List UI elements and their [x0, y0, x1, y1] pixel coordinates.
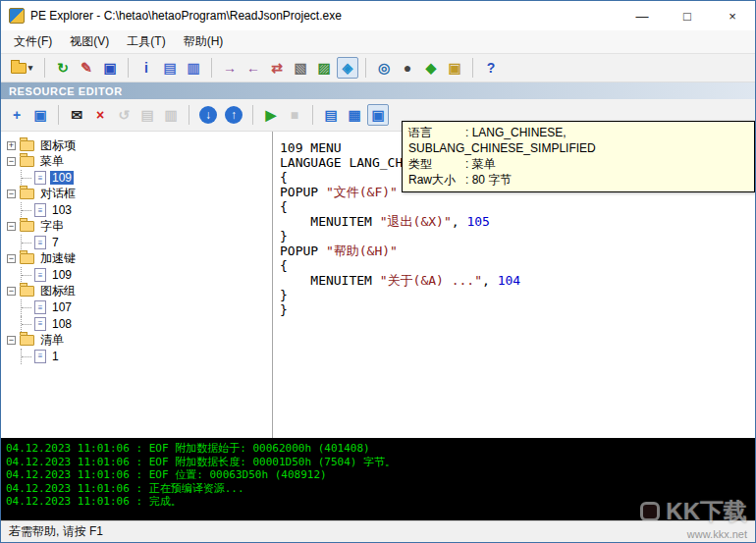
menu-item-help[interactable]: 帮助(H) [175, 30, 233, 53]
expander-icon[interactable]: − [7, 190, 16, 198]
window-title: PE Explorer - C:\hetao\hetaoProgram\Read… [30, 9, 342, 23]
save-as-icon[interactable]: ▣ [99, 57, 121, 79]
expander-icon[interactable]: − [7, 336, 16, 345]
code-line: MENUITEM "关于(&A) ...", 104 [280, 273, 751, 288]
open-file-icon[interactable]: ▾ [6, 57, 37, 79]
toolbar-separator [252, 105, 253, 125]
file-info-icon[interactable]: i [135, 57, 157, 79]
resource-document-icon [34, 268, 46, 282]
tree-leaf-103[interactable]: 103 [7, 202, 272, 219]
pe-explorer-window: PE Explorer - C:\hetao\hetaoProgram\Read… [0, 0, 756, 543]
tree-leaf-label: 109 [50, 171, 74, 185]
menu-item-view[interactable]: 视图(V) [61, 30, 118, 53]
menu-item-tools[interactable]: 工具(T) [118, 30, 174, 53]
copy-icon[interactable]: ▤ [136, 104, 158, 126]
app-icon[interactable] [9, 8, 25, 24]
tooltip-row: 类型: 菜单 [408, 156, 745, 172]
task-viewer-icon[interactable]: ▣ [444, 57, 465, 79]
tree-folder-加速键[interactable]: −加速键 [7, 251, 272, 268]
status-bar: 若需帮助, 请按 F1 [1, 520, 755, 542]
tree-leaf-label: 103 [50, 203, 74, 217]
import-viewer-icon[interactable]: ← [243, 57, 264, 79]
tree-folder-label: 对话框 [38, 186, 78, 202]
tooltip-row: Raw大小: 80 字节 [408, 172, 745, 188]
tree-leaf-107[interactable]: 107 [7, 299, 272, 316]
tree-leaf-7[interactable]: 7 [7, 235, 272, 251]
folder-icon [20, 140, 34, 151]
tree-folder-字串[interactable]: −字串 [7, 219, 272, 236]
resource-document-icon [34, 350, 46, 363]
tree-folder-图标组[interactable]: −图标组 [7, 284, 272, 300]
debug-info-icon[interactable]: ▨ [313, 57, 335, 79]
expander-icon[interactable]: − [7, 254, 16, 263]
tree-leaf-109[interactable]: 109 [7, 170, 272, 187]
section-headers-icon[interactable]: ▥ [183, 57, 204, 79]
signature-scanner-icon[interactable]: ◆ [420, 57, 442, 79]
refresh-icon[interactable]: ↻ [52, 57, 74, 79]
relocations-icon[interactable]: ▧ [290, 57, 311, 79]
toolbar-separator [58, 105, 59, 125]
repair-icon[interactable]: ✎ [76, 57, 97, 79]
help-icon[interactable]: ? [480, 57, 502, 79]
tree-connector [21, 349, 32, 365]
code-line: { [280, 199, 751, 214]
expander-icon[interactable]: + [7, 141, 16, 150]
code-line: } [280, 229, 751, 244]
preview-icon[interactable]: ▣ [367, 104, 389, 126]
tree-folder-菜单[interactable]: −菜单 [7, 154, 272, 171]
delay-import-icon[interactable]: ⇄ [266, 57, 288, 79]
tree-folder-label: 图标项 [38, 137, 78, 154]
tree-leaf-label: 1 [50, 350, 61, 363]
log-line: 04.12.2023 11:01:06 : 正在预编译资源... [6, 482, 750, 496]
code-line: MENUITEM "退出(&X)", 105 [280, 214, 751, 229]
resource-info-tooltip: 语言: LANG_CHINESE, SUBLANG_CHINESE_SIMPLI… [402, 121, 755, 192]
expander-icon[interactable]: − [7, 157, 16, 166]
tree-leaf-109[interactable]: 109 [7, 267, 272, 284]
expander-icon[interactable]: − [7, 287, 16, 296]
menu-item-file[interactable]: 文件(F) [5, 30, 61, 53]
folder-icon [20, 156, 34, 167]
copy-resource-icon[interactable]: ▣ [29, 104, 51, 126]
tree-leaf-1[interactable]: 1 [7, 349, 272, 365]
tree-connector [21, 267, 32, 284]
toolbar-separator [128, 58, 129, 78]
stop-icon[interactable]: ■ [284, 104, 305, 126]
text-view-icon[interactable]: ▤ [320, 104, 342, 126]
binary-view-icon[interactable]: ▦ [344, 104, 365, 126]
replace-resource-icon[interactable]: ↑ [225, 106, 243, 124]
tree-folder-图标项[interactable]: +图标项 [7, 137, 272, 154]
main-toolbar: ▾↻✎▣i▤▥→←⇄▧▨◈◎●◆▣? [1, 54, 755, 82]
tree-leaf-label: 7 [50, 236, 61, 249]
code-line: POPUP "帮助(&H)" [280, 244, 751, 258]
tooltip-row: 语言: LANG_CHINESE, SUBLANG_CHINESE_SIMPLI… [408, 125, 745, 156]
toolbar-separator [44, 58, 45, 78]
disassembler-icon[interactable]: ● [397, 57, 418, 79]
log-line: 04.12.2023 11:01:06 : EOF 位置: 00063D50h … [6, 468, 750, 482]
dropdown-caret-icon: ▾ [28, 63, 33, 73]
folder-icon [20, 286, 34, 297]
export-viewer-icon[interactable]: → [219, 57, 241, 79]
add-resource-icon[interactable]: + [6, 104, 27, 126]
tree-folder-清单[interactable]: −清单 [7, 332, 272, 349]
tree-leaf-label: 108 [50, 317, 74, 331]
code-line: } [280, 302, 751, 317]
expander-icon[interactable]: − [7, 222, 16, 231]
export-resource-icon[interactable]: ↓ [199, 106, 217, 124]
data-directories-icon[interactable]: ▤ [159, 57, 181, 79]
tree-leaf-108[interactable]: 108 [7, 316, 272, 333]
tree-connector [21, 202, 32, 219]
import-resource-icon[interactable]: ✉ [66, 104, 87, 126]
paste-icon[interactable]: ▥ [160, 104, 182, 126]
folder-icon [20, 253, 34, 264]
resource-editor-icon[interactable]: ◈ [337, 57, 358, 79]
close-button[interactable]: × [710, 1, 755, 30]
folder-icon [20, 189, 34, 199]
tree-connector [21, 170, 32, 187]
delete-resource-icon[interactable]: × [89, 104, 111, 126]
maximize-button[interactable]: □ [665, 1, 710, 30]
undo-icon[interactable]: ↺ [113, 104, 135, 126]
compile-icon[interactable]: ▶ [260, 104, 282, 126]
dependency-scanner-icon[interactable]: ◎ [373, 57, 395, 79]
minimize-button[interactable]: — [620, 1, 665, 30]
tree-folder-对话框[interactable]: −对话框 [7, 187, 272, 203]
